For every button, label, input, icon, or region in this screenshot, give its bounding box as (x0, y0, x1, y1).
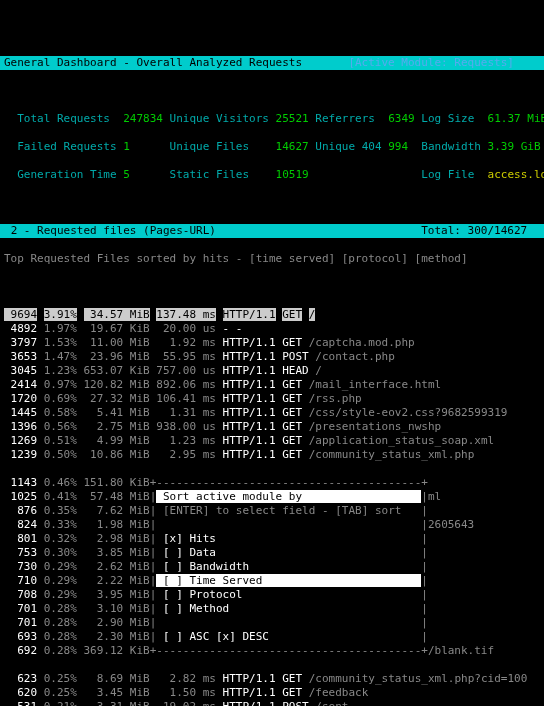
sort-option-bandwidth[interactable]: 730 0.29% 2.62 MiB| [ ] Bandwidth | (0, 560, 544, 574)
table-row: 1143 0.46% 151.80 KiB+------------------… (0, 476, 544, 490)
panel2-header[interactable]: 2 - Requested files (Pages-URL) Total: 3… (0, 224, 544, 238)
dialog-title: Sort active module by (156, 490, 421, 503)
sort-option-data[interactable]: 753 0.30% 3.85 MiB| [ ] Data | (0, 546, 544, 560)
table-row: 824 0.33% 1.98 MiB| |2605643 (0, 518, 544, 532)
table-row[interactable]: 1720 0.69% 27.32 MiB 106.41 ms HTTP/1.1 … (0, 392, 544, 406)
sort-option-time[interactable]: 710 0.29% 2.22 MiB| [ ] Time Served | (0, 574, 544, 588)
table-row[interactable]: 3653 1.47% 23.96 MiB 55.95 ms HTTP/1.1 P… (0, 350, 544, 364)
sort-option-hits[interactable]: 801 0.32% 2.98 MiB| [x] Hits | (0, 532, 544, 546)
table-row[interactable]: 9694 3.91% 34.57 MiB 137.48 ms HTTP/1.1 … (0, 308, 544, 322)
table-row[interactable]: 3045 1.23% 653.07 KiB 757.00 us HTTP/1.1… (0, 364, 544, 378)
stats-row-1: Total Requests 247834 Unique Visitors 25… (0, 112, 544, 126)
blank-line (0, 196, 544, 210)
sort-option-method[interactable]: 701 0.28% 3.10 MiB| [ ] Method | (0, 602, 544, 616)
panel2-subtitle: Top Requested Files sorted by hits - [ti… (0, 252, 544, 266)
table-row[interactable]: 1269 0.51% 4.99 MiB 1.23 ms HTTP/1.1 GET… (0, 434, 544, 448)
table-row[interactable]: 1396 0.56% 2.75 MiB 938.00 us HTTP/1.1 G… (0, 420, 544, 434)
table-row[interactable]: 620 0.25% 3.45 MiB 1.50 ms HTTP/1.1 GET … (0, 686, 544, 700)
blank-line (0, 84, 544, 98)
stats-row-2: Failed Requests 1 Unique Files 14627 Uni… (0, 140, 544, 154)
header-bar: General Dashboard - Overall Analyzed Req… (0, 56, 544, 70)
table-row: 692 0.28% 369.12 KiB+-------------------… (0, 644, 544, 658)
table-row[interactable]: 623 0.25% 8.69 MiB 2.82 ms HTTP/1.1 GET … (0, 672, 544, 686)
table-row[interactable]: 2414 0.97% 120.82 MiB 892.06 ms HTTP/1.1… (0, 378, 544, 392)
table-row[interactable]: 4892 1.97% 19.67 KiB 20.00 us - - (0, 322, 544, 336)
sort-option-protocol[interactable]: 708 0.29% 3.95 MiB| [ ] Protocol | (0, 588, 544, 602)
stats-row-3: Generation Time 5 Static Files 10519 Log… (0, 168, 544, 182)
table-row[interactable]: 1239 0.50% 10.86 MiB 2.95 ms HTTP/1.1 GE… (0, 448, 544, 462)
table-row: 876 0.35% 7.62 MiB| [ENTER] to select fi… (0, 504, 544, 518)
table-row[interactable]: 531 0.21% 3.31 MiB 19.02 ms HTTP/1.1 POS… (0, 700, 544, 706)
dashboard-title: General Dashboard - Overall Analyzed Req… (4, 56, 302, 69)
table-row[interactable]: 3797 1.53% 11.00 MiB 1.92 ms HTTP/1.1 GE… (0, 336, 544, 350)
active-module: [Active Module: Requests] (348, 56, 514, 69)
table-row[interactable]: 1445 0.58% 5.41 MiB 1.31 ms HTTP/1.1 GET… (0, 406, 544, 420)
sort-order[interactable]: 693 0.28% 2.30 MiB| [ ] ASC [x] DESC | (0, 630, 544, 644)
table-row: 701 0.28% 2.90 MiB| | (0, 616, 544, 630)
table-row: 1025 0.41% 57.48 MiB| Sort active module… (0, 490, 544, 504)
